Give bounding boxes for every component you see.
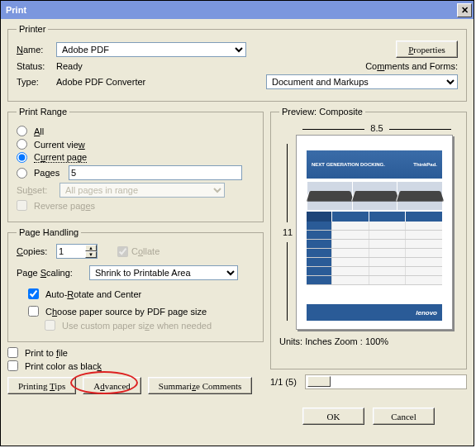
preview-legend: Preview: Composite bbox=[279, 107, 365, 117]
radio-cp-label: Current pageCurrent page bbox=[34, 152, 87, 163]
type-label: Type: bbox=[17, 77, 56, 87]
reverse-check bbox=[17, 200, 27, 211]
preview-group: Preview: Composite 8.5 11 NEXT GENERATIO… bbox=[270, 107, 467, 369]
collate-check bbox=[117, 246, 128, 257]
radio-pages[interactable] bbox=[17, 168, 27, 179]
ruler-vertical: 11 bbox=[279, 137, 296, 327]
printer-legend: Printer bbox=[17, 24, 48, 34]
print-range-group: Print Range AllAll Current viewCurrent v… bbox=[7, 107, 264, 222]
comments-label: Comments and Forms:Comments and Forms: bbox=[365, 61, 458, 71]
spin-down-icon[interactable]: ▼ bbox=[85, 251, 97, 258]
ok-button[interactable]: OK bbox=[302, 407, 364, 425]
summarize-button[interactable]: Summarize CommentsSummarize Comments bbox=[148, 377, 253, 394]
subset-select: All pages in range bbox=[60, 183, 225, 198]
choose-source-label: Choose paper source by PDF page sizeChoo… bbox=[45, 307, 207, 317]
autorotate-check[interactable] bbox=[28, 288, 39, 299]
range-legend: Print Range bbox=[17, 107, 69, 117]
slider-thumb[interactable] bbox=[307, 376, 331, 387]
title-text: Print bbox=[6, 5, 26, 15]
page-handling-group: Page Handling Copies:Copies: ▲ ▼ Col bbox=[7, 227, 264, 342]
preview-brand-bottom: lenovo bbox=[416, 309, 437, 317]
type-value: Adobe PDF Converter bbox=[56, 77, 145, 87]
pages-input[interactable] bbox=[69, 165, 242, 180]
scaling-label: Page Scaling:Page Scaling: bbox=[17, 268, 89, 278]
page-count: 1/1 (5) bbox=[270, 377, 297, 387]
page-slider[interactable] bbox=[305, 374, 467, 389]
units-label: Units: Inches Zoom : 100% bbox=[279, 336, 458, 346]
radio-current-page[interactable] bbox=[17, 152, 27, 163]
titlebar: Print ✕ bbox=[1, 1, 474, 19]
radio-all[interactable] bbox=[17, 126, 27, 136]
print-black-check[interactable] bbox=[7, 360, 18, 371]
status-label: Status: bbox=[17, 61, 56, 71]
copies-label: Copies:Copies: bbox=[17, 246, 56, 256]
print-to-file-label: Print to filePrint to file bbox=[25, 348, 68, 358]
preview-brand-top: ThinkPad. bbox=[413, 162, 437, 167]
properties-button[interactable]: PropertiesProperties bbox=[396, 41, 458, 58]
handling-legend: Page Handling bbox=[17, 227, 81, 237]
radio-cv-label: Current viewCurrent view bbox=[34, 140, 85, 150]
printer-name-select[interactable]: Adobe PDF bbox=[56, 42, 246, 57]
collate-label: CollateCollate bbox=[131, 246, 159, 256]
advanced-button[interactable]: AdvancedAdvanced bbox=[83, 377, 141, 394]
cancel-button[interactable]: Cancel bbox=[373, 407, 435, 425]
custom-paper-check bbox=[45, 320, 55, 331]
copies-spinner[interactable]: ▲ ▼ bbox=[56, 244, 98, 259]
radio-pages-label: PagesPages bbox=[34, 168, 65, 178]
copies-input[interactable] bbox=[57, 245, 85, 258]
status-value: Ready bbox=[56, 61, 83, 71]
print-black-label: Print color as blackPrint color as black bbox=[25, 361, 102, 371]
comments-select[interactable]: Document and Markups bbox=[266, 74, 458, 89]
scaling-select[interactable]: Shrink to Printable Area bbox=[89, 265, 238, 280]
radio-current-view[interactable] bbox=[17, 139, 27, 150]
printing-tips-button[interactable]: Printing TipsPrinting Tips bbox=[7, 377, 76, 394]
ruler-horizontal: 8.5 bbox=[296, 123, 458, 135]
ruler-width: 8.5 bbox=[370, 123, 383, 133]
autorotate-label: Auto-Rotate and CenterAuto-Rotate and Ce… bbox=[45, 289, 141, 299]
name-label: NName:ame: bbox=[17, 45, 56, 55]
subset-label: Subset:Subset: bbox=[17, 185, 56, 195]
preview-page-title: NEXT GENERATION DOCKING. bbox=[312, 162, 385, 167]
radio-all-label: AllAll bbox=[34, 126, 44, 136]
preview-page: NEXT GENERATION DOCKING. ThinkPad. bbox=[296, 135, 453, 330]
close-icon[interactable]: ✕ bbox=[457, 3, 472, 17]
ruler-height: 11 bbox=[283, 227, 293, 237]
print-to-file-check[interactable] bbox=[7, 347, 18, 358]
custom-paper-label: Use custom paper size when neededUse cus… bbox=[62, 321, 212, 331]
choose-source-check[interactable] bbox=[28, 306, 39, 317]
reverse-label: Reverse pagesReverse pages bbox=[34, 201, 95, 211]
printer-group: Printer NName:ame: Adobe PDF PropertiesP… bbox=[7, 24, 467, 102]
spin-up-icon[interactable]: ▲ bbox=[85, 245, 97, 251]
